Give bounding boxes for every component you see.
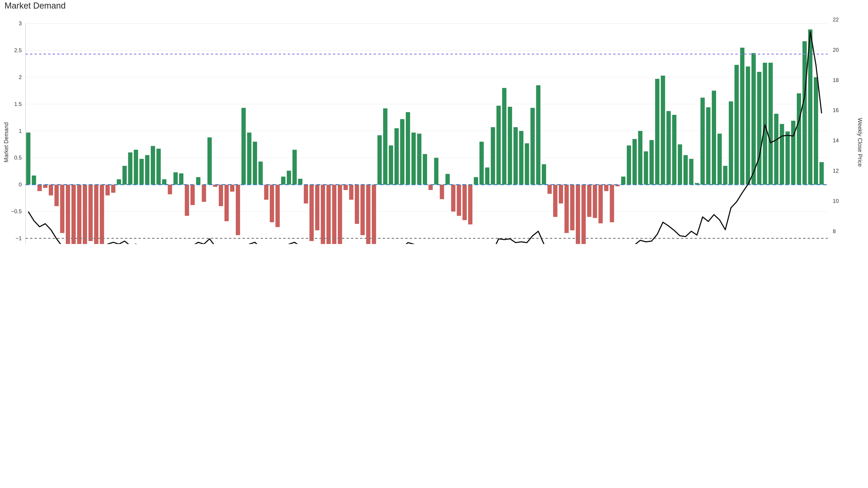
svg-text:1: 1: [19, 128, 22, 134]
svg-text:−0.5: −0.5: [11, 208, 22, 215]
market-demand-dashboard: Market Demand Market Demand Weekly Close…: [0, 0, 868, 244]
svg-text:12: 12: [833, 168, 839, 174]
market-demand-chart: 32.521.510.50−0.5−1−1.52220181614121086J…: [0, 0, 868, 244]
svg-text:20: 20: [833, 47, 839, 53]
svg-text:3: 3: [19, 20, 22, 26]
svg-text:1.5: 1.5: [14, 101, 22, 107]
svg-text:22: 22: [833, 17, 839, 23]
svg-text:10: 10: [833, 198, 839, 204]
svg-text:18: 18: [833, 77, 839, 83]
svg-text:14: 14: [833, 137, 839, 143]
svg-text:0: 0: [19, 182, 22, 188]
svg-text:2: 2: [19, 74, 22, 80]
svg-text:0.5: 0.5: [14, 155, 22, 161]
svg-text:−1: −1: [16, 235, 22, 241]
svg-text:8: 8: [833, 228, 836, 234]
svg-text:16: 16: [833, 107, 839, 113]
svg-text:2.5: 2.5: [14, 47, 22, 53]
